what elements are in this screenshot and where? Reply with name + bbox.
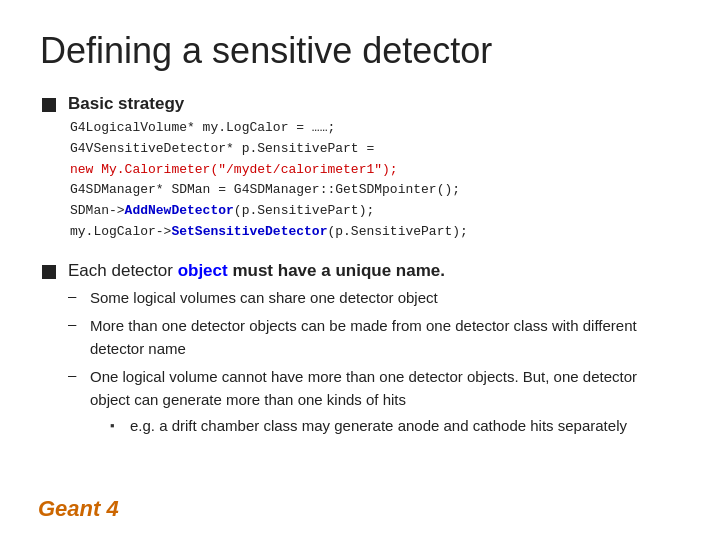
bullet-2-text-highlight: object [178,261,228,280]
content-area: Basic strategy G4LogicalVolume* my.LogCa… [40,94,680,438]
page-title: Defining a sensitive detector [40,30,680,72]
svg-rect-0 [42,98,56,112]
code-blue-1: AddNewDetector [125,203,234,218]
dash-3: – [68,366,82,383]
code-blue-2: SetSensitiveDetector [171,224,327,239]
dash-1: – [68,287,82,304]
sub-sub-text: e.g. a drift chamber class may generate … [130,415,627,438]
dash-2: – [68,315,82,332]
sub-sub-marker: ▪ [110,416,122,436]
bullet-1-label: Basic strategy [68,94,680,114]
code-line-6: my.LogCalor->SetSensitiveDetector(p.Sens… [70,222,680,243]
bullet-2: Each detector object must have a unique … [40,261,680,438]
bullet-2-text-before: Each detector [68,261,178,280]
sub-sub-bullet-1: ▪ e.g. a drift chamber class may generat… [110,415,680,438]
code-line-3: new My.Calorimeter("/mydet/calorimeter1"… [70,160,680,181]
bullet-2-icon [40,263,58,281]
sub-bullet-3: – One logical volume cannot have more th… [68,366,680,438]
slide: Defining a sensitive detector Basic stra… [0,0,720,540]
bullet-2-content: Each detector object must have a unique … [68,261,680,438]
sub-bullet-2: – More than one detector objects can be … [68,315,680,360]
bullet-2-text-after: must have a unique name. [228,261,445,280]
code-red-1: new My.Calorimeter("/mydet/calorimeter1"… [70,162,398,177]
code-line-4: G4SDManager* SDMan = G4SDManager::GetSDM… [70,180,680,201]
bullet-1-icon [40,96,58,114]
code-block: G4LogicalVolume* my.LogCalor = ……; G4VSe… [70,118,680,243]
geant4-logo: Geant 4 [38,496,119,522]
svg-rect-1 [42,265,56,279]
code-line-2: G4VSensitiveDetector* p.SensitivePart = [70,139,680,160]
code-line-1: G4LogicalVolume* my.LogCalor = ……; [70,118,680,139]
sub-bullet-1-text: Some logical volumes can share one detec… [90,287,680,310]
sub-bullet-1: – Some logical volumes can share one det… [68,287,680,310]
sub-bullets: – Some logical volumes can share one det… [68,287,680,438]
code-line-5: SDMan->AddNewDetector(p.SensitivePart); [70,201,680,222]
bullet-1-content: Basic strategy G4LogicalVolume* my.LogCa… [68,94,680,243]
bullet-1: Basic strategy G4LogicalVolume* my.LogCa… [40,94,680,243]
sub-bullet-2-text: More than one detector objects can be ma… [90,315,680,360]
bullet-2-label: Each detector object must have a unique … [68,261,680,281]
sub-bullet-3-text: One logical volume cannot have more than… [90,366,680,438]
